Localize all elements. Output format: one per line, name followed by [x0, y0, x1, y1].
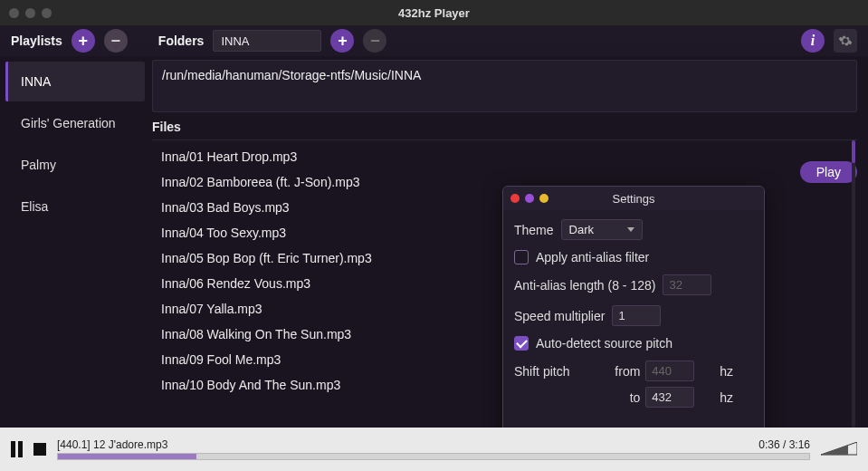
add-playlist-button[interactable]: +: [72, 29, 95, 53]
settings-button[interactable]: [834, 29, 857, 53]
speed-label: Speed multiplier: [514, 309, 605, 323]
playlist-item[interactable]: Elisa: [5, 187, 145, 226]
info-button[interactable]: i: [801, 29, 825, 53]
playlist-item-label: Girls' Generation: [21, 116, 116, 130]
hz-label-2: hz: [720, 390, 753, 405]
pause-button[interactable]: [11, 441, 23, 457]
progress-bar[interactable]: [57, 453, 810, 460]
volume-icon: [821, 442, 857, 457]
progress-fill: [58, 454, 196, 459]
settings-window: Settings Theme Dark Apply anti-alias fil…: [502, 186, 765, 428]
app-title: 432hz Player: [398, 6, 470, 20]
autodetect-label: Auto-detect source pitch: [536, 336, 672, 351]
from-label: from: [595, 364, 640, 379]
playlist-item[interactable]: INNA: [5, 62, 145, 101]
playlist-item-label: INNA: [21, 74, 51, 89]
antialias-length-label: Anti-alias length (8 - 128): [514, 278, 655, 293]
settings-maximize-dot[interactable]: [539, 194, 548, 203]
settings-titlebar[interactable]: Settings: [503, 187, 764, 210]
file-item[interactable]: Inna/01 Heart Drop.mp3: [152, 144, 857, 169]
hz-label-1: hz: [720, 364, 753, 379]
playlist-item[interactable]: Palmy: [5, 145, 145, 185]
files-label: Files: [152, 120, 181, 134]
minimize-dot[interactable]: [25, 8, 35, 18]
folders-label: Folders: [158, 34, 205, 48]
window-controls[interactable]: [9, 8, 52, 18]
stop-button[interactable]: [33, 443, 46, 456]
antialias-label: Apply anti-alias filter: [536, 250, 649, 264]
theme-label: Theme: [514, 223, 554, 237]
shift-pitch-label: Shift pitch: [514, 364, 589, 379]
antialias-checkbox[interactable]: [514, 250, 529, 264]
folder-name-input[interactable]: [213, 30, 321, 52]
pitch-from-input: [645, 360, 694, 381]
close-dot[interactable]: [9, 8, 19, 18]
now-playing-label: [440.1] 12 J'adore.mp3: [57, 438, 167, 451]
pitch-to-input[interactable]: [645, 387, 694, 408]
gear-icon: [838, 34, 853, 48]
theme-select[interactable]: Dark: [561, 219, 643, 240]
playlist-item-label: Palmy: [21, 158, 56, 172]
toolbar: Playlists + − Folders + − i: [0, 25, 868, 56]
window-titlebar: 432hz Player: [0, 0, 868, 25]
time-display: 0:36 / 3:16: [758, 438, 810, 451]
to-label: to: [595, 390, 640, 405]
scrollbar-thumb[interactable]: [852, 140, 855, 163]
speed-input[interactable]: [612, 305, 661, 326]
playlist-item[interactable]: Girls' Generation: [5, 103, 145, 143]
playlists-label: Playlists: [11, 34, 62, 48]
settings-close-dot[interactable]: [510, 194, 520, 203]
folder-path-text: /run/media/hanuman/Storage-ntfs/Music/IN…: [162, 68, 421, 82]
antialias-length-input: [663, 274, 711, 295]
playlist-item-label: Elisa: [21, 199, 48, 214]
file-scrollbar[interactable]: [850, 140, 857, 428]
remove-playlist-button[interactable]: −: [104, 29, 128, 53]
stop-icon: [33, 443, 46, 456]
player-bar: [440.1] 12 J'adore.mp3 0:36 / 3:16: [0, 428, 868, 471]
settings-title: Settings: [613, 192, 655, 206]
volume-control[interactable]: [821, 442, 857, 457]
add-folder-button[interactable]: +: [330, 29, 354, 53]
settings-minimize-dot[interactable]: [525, 194, 534, 203]
maximize-dot[interactable]: [42, 8, 52, 18]
remove-folder-button: −: [363, 29, 386, 53]
pause-icon: [11, 441, 23, 457]
playlist-sidebar: INNA Girls' Generation Palmy Elisa: [0, 56, 152, 428]
autodetect-checkbox[interactable]: [514, 336, 529, 351]
folder-path-box[interactable]: /run/media/hanuman/Storage-ntfs/Music/IN…: [152, 60, 857, 112]
